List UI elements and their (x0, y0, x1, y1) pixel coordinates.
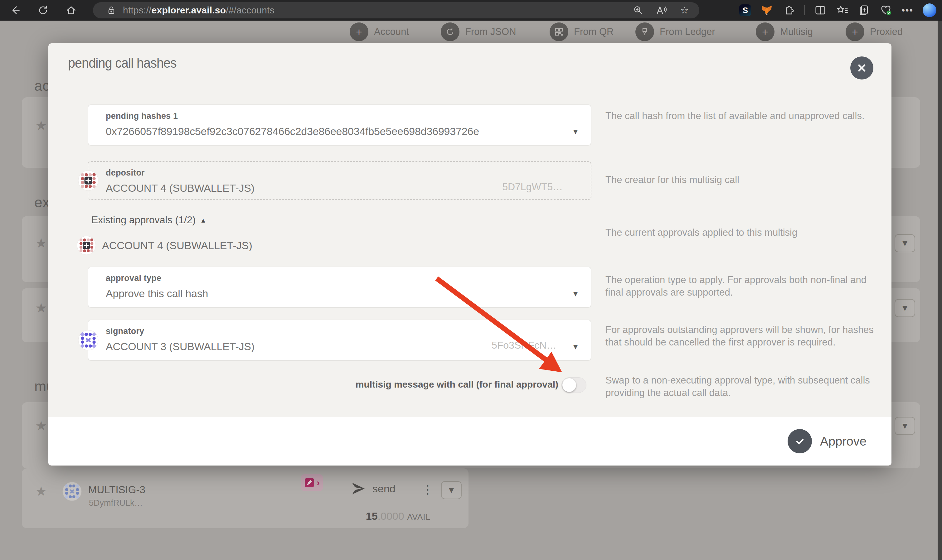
extensions-puzzle-icon[interactable] (782, 4, 795, 17)
from-qr-button[interactable]: From QR (550, 22, 614, 41)
refresh-icon (37, 5, 49, 16)
plus-icon: + (356, 26, 362, 38)
depositor-identicon (78, 170, 99, 191)
send-button[interactable]: send (351, 482, 396, 496)
approval-type-value: Approve this call hash (106, 288, 591, 300)
send-label: send (372, 483, 396, 495)
close-icon (857, 63, 867, 73)
caret-down-icon: ▼ (900, 303, 909, 313)
row-expand-button[interactable]: ▼ (894, 417, 915, 435)
home-button[interactable] (65, 4, 77, 17)
caret-down-icon: ▼ (900, 238, 909, 248)
existing-approvals-label: Existing approvals (1/2) (91, 214, 195, 226)
metamask-extension-icon[interactable] (760, 4, 773, 17)
depositor-address-short: 5D7LgWT5… (502, 181, 563, 193)
balance-value: 15.0000 AVAIL (337, 510, 431, 522)
split-screen-icon[interactable] (814, 4, 827, 17)
signatory-identicon (78, 330, 99, 351)
url-text: https://explorer.avail.so/#/accounts (123, 5, 274, 15)
chevron-right-icon: › (317, 478, 320, 487)
refresh-button[interactable] (37, 4, 49, 17)
approval-type-label: approval type (106, 274, 591, 283)
multisig-message-toggle-label: multisig message with call (for final ap… (356, 379, 558, 390)
dropdown-caret-icon: ▾ (573, 342, 578, 352)
favorite-star-icon[interactable]: ★ (35, 119, 47, 132)
url-domain: explorer.avail.so (152, 5, 226, 15)
lock-icon (107, 6, 116, 15)
approval-type-dropdown[interactable]: approval type Approve this call hash ▾ (88, 266, 591, 308)
signatory-address-short: 5Fo3SNFcN… (492, 340, 556, 351)
depositor-label: depositor (106, 168, 591, 178)
collections-icon[interactable] (858, 4, 870, 17)
dropdown-caret-icon: ▾ (573, 126, 578, 137)
signatory-label: signatory (106, 326, 591, 336)
from-json-button[interactable]: From JSON (441, 22, 516, 41)
help-text-hash: The call hash from the list of available… (605, 110, 880, 122)
qr-icon (550, 22, 568, 41)
favorite-star-icon[interactable]: ★ (35, 485, 47, 498)
row-expand-button[interactable]: ▼ (441, 481, 462, 499)
favorite-star-icon[interactable]: ★ (35, 419, 47, 432)
modal-footer: Approve (48, 417, 891, 466)
restore-icon (441, 22, 459, 41)
close-button[interactable] (850, 57, 873, 80)
address-bar[interactable]: https://explorer.avail.so/#/accounts ☆ (93, 2, 699, 18)
modal-title: pending call hashes (68, 55, 177, 71)
favorite-page-icon[interactable]: ☆ (680, 6, 689, 15)
from-json-label: From JSON (465, 26, 516, 37)
help-text-approvals: The current approvals applied to this mu… (605, 226, 880, 239)
pending-approval-badge[interactable]: › (301, 474, 323, 491)
multisig-account-name[interactable]: MULTISIG-3 (88, 484, 145, 496)
help-text-depositor: The creator for this multisig call (605, 174, 880, 186)
read-aloud-icon[interactable] (656, 5, 668, 15)
settings-menu-icon[interactable]: ••• (902, 5, 913, 15)
favorite-star-icon[interactable]: ★ (35, 302, 47, 315)
copilot-icon[interactable] (923, 3, 936, 17)
browser-essentials-icon[interactable] (880, 4, 892, 17)
multisig-label: Multisig (780, 26, 813, 37)
multisig-message-toggle[interactable] (562, 377, 586, 393)
signatory-dropdown[interactable]: signatory ACCOUNT 3 (SUBWALLET-JS) 5Fo3S… (88, 320, 591, 361)
back-arrow-icon (9, 5, 21, 16)
subwallet-extension-icon[interactable]: S (739, 5, 751, 16)
add-account-label: Account (374, 26, 409, 37)
approve-label: Approve (820, 434, 867, 448)
plus-icon: + (852, 26, 858, 38)
pending-call-hashes-modal: pending call hashes pending hashes 1 0x7… (48, 43, 891, 466)
help-text-signatory: For approvals outstanding approvers will… (605, 324, 880, 349)
depositor-field: depositor ACCOUNT 4 (SUBWALLET-JS) 5D7Lg… (88, 161, 591, 200)
toggle-knob (562, 378, 576, 392)
pending-hashes-dropdown[interactable]: pending hashes 1 0x7266057f89198c5ef92c3… (88, 105, 591, 146)
row-expand-button[interactable]: ▼ (894, 299, 915, 317)
add-multisig-button[interactable]: + Multisig (756, 22, 813, 41)
window-edge (937, 21, 942, 560)
section-heading-accounts: ac (34, 77, 50, 94)
existing-approvals-expander[interactable]: Existing approvals (1/2) ▴ (91, 214, 205, 226)
from-ledger-label: From Ledger (660, 26, 715, 37)
caret-down-icon: ▼ (900, 421, 909, 431)
toolbar-divider (804, 5, 805, 15)
add-account-button[interactable]: + Account (349, 22, 409, 41)
favorite-star-icon[interactable]: ★ (35, 237, 47, 250)
zoom-icon[interactable] (633, 5, 643, 15)
approver-account-name: ACCOUNT 4 (SUBWALLET-JS) (102, 236, 252, 255)
usb-icon (636, 22, 654, 41)
from-qr-label: From QR (574, 26, 614, 37)
row-expand-button[interactable]: ▼ (894, 234, 915, 252)
plus-icon: + (762, 26, 768, 38)
row-menu-button[interactable]: ⋮ (422, 483, 434, 496)
favorites-icon[interactable] (836, 4, 848, 17)
collapse-icon: ▴ (201, 216, 205, 225)
approve-button[interactable]: Approve (788, 429, 867, 454)
add-proxied-button[interactable]: + Proxied (846, 22, 903, 41)
pending-hash-value: 0x7266057f89198c5ef92c3c076278466c2d3e86… (106, 125, 591, 137)
back-button[interactable] (9, 4, 21, 17)
home-icon (66, 5, 77, 16)
multisig-account-address[interactable]: 5DymfRULk… (89, 498, 143, 508)
dropdown-caret-icon: ▾ (573, 288, 578, 299)
from-ledger-button[interactable]: From Ledger (636, 22, 715, 41)
help-text-toggle: Swap to a non-executing approval type, w… (605, 374, 880, 399)
browser-toolbar: https://explorer.avail.so/#/accounts ☆ S (0, 0, 942, 21)
sign-document-icon (304, 477, 315, 488)
pending-hashes-label: pending hashes 1 (106, 111, 591, 121)
